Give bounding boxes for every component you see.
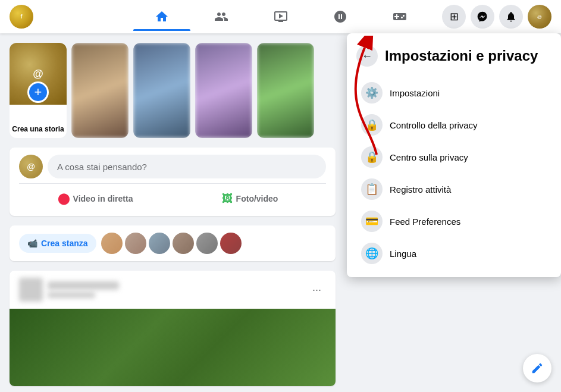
create-story-label: Crea una storia [10,125,67,133]
nav-right: ⊞ @ [442,5,551,29]
photo-label: Foto/video [236,194,278,203]
live-video-button[interactable]: ⬤ Video in diretta [19,189,171,209]
stanza-avatar-6 [220,233,242,254]
post-info [48,281,303,298]
photo-video-button[interactable]: 🖼 Foto/video [174,189,326,209]
stanza-avatar-3 [149,233,170,254]
post-image [10,309,336,386]
composer-placeholder: A cosa stai pensando [57,162,142,172]
nav-logo[interactable]: f [10,5,33,29]
language-icon: 🌐 [361,243,383,264]
story-card-3[interactable] [133,43,190,138]
lock-icon-1: 🔒 [361,114,383,136]
lock-icon-2: 🔒 [361,146,383,168]
stories-row: @ + Crea una storia [10,43,336,138]
impostazioni-label: Impostazioni [390,88,440,98]
video-label: Video in diretta [73,194,133,203]
nav-tab-gaming[interactable] [371,2,428,31]
centro-privacy-label: Centro sulla privacy [390,152,468,162]
top-navigation: f [0,0,561,33]
story-card-4[interactable] [195,43,252,138]
nav-messenger-button[interactable] [471,5,494,29]
stanza-avatar-1 [101,233,123,254]
stanza-label: Crea stanza [41,239,88,248]
composer-placeholder-suffix: ? [142,162,147,172]
nav-user-avatar[interactable]: @ [528,5,551,29]
story-card-2[interactable] [71,43,129,138]
story-card-5[interactable] [257,43,314,138]
create-story-card[interactable]: @ + Crea una storia [10,43,67,138]
feed-area: @ + Crea una storia [0,33,345,392]
nav-tab-home[interactable] [133,2,190,31]
composer-divider [19,183,326,184]
settings-privacy-dropdown: ← Impostazioni e privacy ⚙️ Impostazioni… [347,33,561,277]
stanza-icon: 📹 [27,239,37,248]
crea-stanza-button[interactable]: 📹 Crea stanza [19,234,96,253]
composer-avatar: @ [19,155,43,178]
stanza-avatar-2 [125,233,146,254]
nav-tab-watch[interactable] [252,2,309,31]
post-header: ··· [10,271,336,309]
nav-center-tabs [133,2,428,31]
floating-action-button[interactable] [523,354,551,382]
nav-left: f [10,5,33,29]
composer-top: @ A cosa stai pensando ? [19,155,326,178]
stanza-avatars [101,233,242,254]
dropdown-header: ← Impostazioni e privacy [347,40,561,76]
stanza-avatar-5 [196,233,218,254]
dropdown-item-controllo-privacy[interactable]: 🔒 Controllo della privacy [352,109,556,140]
dropdown-item-impostazioni[interactable]: ⚙️ Impostazioni [352,77,556,108]
post-more-button[interactable]: ··· [308,281,326,299]
post-time [48,292,95,298]
composer-input[interactable]: A cosa stai pensando ? [48,155,326,178]
feed-preferences-label: Feed Preferences [390,217,460,227]
post-avatar [19,278,43,302]
dropdown-title: Impostazioni e privacy [385,48,538,64]
create-story-plus: + [27,81,49,103]
registro-label: Registro attività [390,184,451,195]
dropdown-back-button[interactable]: ← [356,45,378,67]
feed-icon: 💳 [361,211,383,232]
nav-notifications-button[interactable] [499,5,523,29]
nav-tab-friends[interactable] [193,2,250,31]
nav-grid-button[interactable]: ⊞ [442,5,466,29]
settings-icon: ⚙️ [361,82,383,104]
crea-stanza-bar: 📹 Crea stanza [10,225,336,261]
post-name [48,281,119,290]
dropdown-item-lingua[interactable]: 🌐 Lingua [352,238,556,269]
lingua-label: Lingua [390,249,416,259]
nav-tab-groups[interactable] [312,2,369,31]
dropdown-item-centro-privacy[interactable]: 🔒 Centro sulla privacy [352,142,556,173]
dropdown-item-feed-preferences[interactable]: 💳 Feed Preferences [352,206,556,237]
controllo-privacy-label: Controllo della privacy [390,120,478,130]
post-card: ··· [10,271,336,386]
post-composer: @ A cosa stai pensando ? ⬤ Video in dire… [10,148,336,216]
activity-log-icon: 📋 [361,178,383,200]
composer-actions: ⬤ Video in diretta 🖼 Foto/video [19,189,326,209]
stanza-avatar-4 [173,233,194,254]
dropdown-item-registro[interactable]: 📋 Registro attività [352,174,556,205]
